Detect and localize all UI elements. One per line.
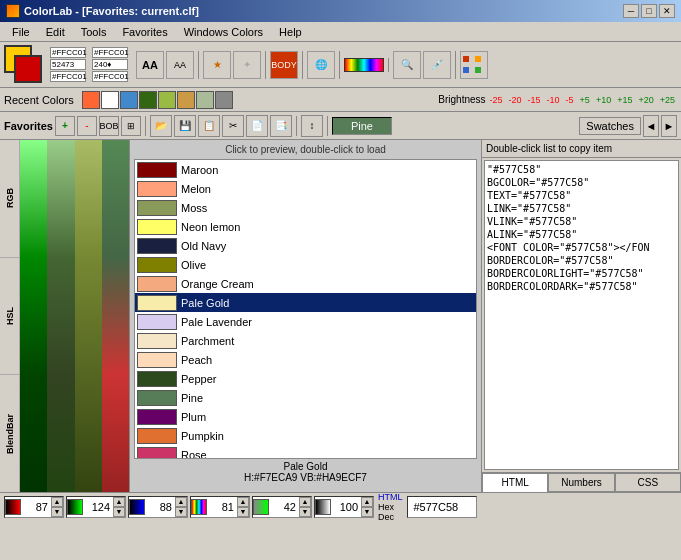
aa-large-btn[interactable]: AA (136, 51, 164, 79)
fav-bob-btn[interactable]: BOB (99, 116, 119, 136)
globe-btn[interactable]: 🌐 (307, 51, 335, 79)
recent-swatch-4[interactable] (139, 91, 157, 109)
copy-item[interactable]: BGCOLOR="#577C58" (487, 176, 676, 189)
minimize-button[interactable]: ─ (623, 4, 639, 18)
star2-btn[interactable]: ✦ (233, 51, 261, 79)
bright-plus5[interactable]: +5 (578, 95, 592, 105)
recent-swatch-3[interactable] (120, 91, 138, 109)
copy-item[interactable]: "#577C58" (487, 163, 676, 176)
copy-list[interactable]: "#577C58"BGCOLOR="#577C58"TEXT="#577C58"… (484, 160, 679, 470)
aa-small-btn[interactable]: AA (166, 51, 194, 79)
color-item[interactable]: Plum (135, 407, 476, 426)
recent-swatch-2[interactable] (101, 91, 119, 109)
tab-numbers[interactable]: Numbers (548, 473, 614, 492)
r-up[interactable]: ▲ (51, 497, 63, 507)
color-item[interactable]: Rose (135, 445, 476, 459)
s-spinner[interactable]: ▲ ▼ (299, 497, 311, 517)
fav-add-btn[interactable]: + (55, 116, 75, 136)
fav-icon1[interactable]: 📂 (150, 115, 172, 137)
strip-4[interactable] (102, 140, 129, 492)
format-hex-label[interactable]: Hex (378, 502, 403, 512)
bright-minus10[interactable]: -10 (545, 95, 562, 105)
h-spinner[interactable]: ▲ ▼ (237, 497, 249, 517)
bright-minus25[interactable]: -25 (488, 95, 505, 105)
swatches-button[interactable]: Swatches (579, 117, 641, 135)
tab-html[interactable]: HTML (482, 473, 548, 492)
copy-item[interactable]: BORDERCOLOR="#577C58" (487, 254, 676, 267)
copy-item[interactable]: LINK="#577C58" (487, 202, 676, 215)
color-item[interactable]: Orange Cream (135, 274, 476, 293)
strip-3[interactable] (75, 140, 102, 492)
format-toggle[interactable]: HTML Hex Dec (378, 492, 403, 522)
bright-plus15[interactable]: +15 (615, 95, 634, 105)
recent-swatch-7[interactable] (196, 91, 214, 109)
s-down[interactable]: ▼ (299, 507, 311, 517)
color-item[interactable]: Parchment (135, 331, 476, 350)
fav-icon6[interactable]: 📑 (270, 115, 292, 137)
v-down[interactable]: ▼ (361, 507, 373, 517)
color-item[interactable]: Peach (135, 350, 476, 369)
color-item[interactable]: Pepper (135, 369, 476, 388)
web-btn[interactable]: BODY (270, 51, 298, 79)
color-item[interactable]: Pale Gold (135, 293, 476, 312)
hex-value-display[interactable]: #577C58 (407, 496, 477, 518)
pipette-btn[interactable]: 💉 (423, 51, 451, 79)
swatches-arrow-left[interactable]: ◄ (643, 115, 659, 137)
fav-icon3[interactable]: 📋 (198, 115, 220, 137)
copy-item[interactable]: ALINK="#577C58" (487, 228, 676, 241)
copy-item[interactable]: BORDERCOLORDARK="#577C58" (487, 280, 676, 293)
r-down[interactable]: ▼ (51, 507, 63, 517)
color-item[interactable]: Moss (135, 198, 476, 217)
recent-swatch-1[interactable] (82, 91, 100, 109)
menu-file[interactable]: File (4, 24, 38, 40)
s-up[interactable]: ▲ (299, 497, 311, 507)
copy-item[interactable]: VLINK="#577C58" (487, 215, 676, 228)
fav-remove-btn[interactable]: - (77, 116, 97, 136)
v-up[interactable]: ▲ (361, 497, 373, 507)
color-item[interactable]: Olive (135, 255, 476, 274)
color-item[interactable]: Neon lemon (135, 217, 476, 236)
v-spinner[interactable]: ▲ ▼ (361, 497, 373, 517)
fav-icon5[interactable]: 📄 (246, 115, 268, 137)
menu-help[interactable]: Help (271, 24, 310, 40)
strip-2[interactable] (47, 140, 74, 492)
b-down[interactable]: ▼ (175, 507, 187, 517)
bright-minus5[interactable]: -5 (564, 95, 576, 105)
color-item[interactable]: Pale Lavender (135, 312, 476, 331)
star-btn[interactable]: ★ (203, 51, 231, 79)
color-item[interactable]: Pumpkin (135, 426, 476, 445)
strip-1[interactable] (20, 140, 47, 492)
bright-minus15[interactable]: -15 (526, 95, 543, 105)
menu-edit[interactable]: Edit (38, 24, 73, 40)
bright-plus10[interactable]: +10 (594, 95, 613, 105)
close-button[interactable]: ✕ (659, 4, 675, 18)
g-spinner[interactable]: ▲ ▼ (113, 497, 125, 517)
format-dec-label[interactable]: Dec (378, 512, 403, 522)
copy-item[interactable]: BORDERCOLORLIGHT="#577C58" (487, 267, 676, 280)
copy-item[interactable]: <FONT COLOR="#577C58"></FON (487, 241, 676, 254)
recent-swatch-5[interactable] (158, 91, 176, 109)
color-item[interactable]: Maroon (135, 160, 476, 179)
tab-css[interactable]: CSS (615, 473, 681, 492)
fav-icon2[interactable]: 💾 (174, 115, 196, 137)
recent-swatch-8[interactable] (215, 91, 233, 109)
bright-plus25[interactable]: +25 (658, 95, 677, 105)
bright-plus20[interactable]: +20 (636, 95, 655, 105)
b-spinner[interactable]: ▲ ▼ (175, 497, 187, 517)
swatches-arrow-right[interactable]: ► (661, 115, 677, 137)
h-up[interactable]: ▲ (237, 497, 249, 507)
r-spinner[interactable]: ▲ ▼ (51, 497, 63, 517)
h-down[interactable]: ▼ (237, 507, 249, 517)
maximize-button[interactable]: □ (641, 4, 657, 18)
fav-icon4[interactable]: ✂ (222, 115, 244, 137)
fav-grid-btn[interactable]: ⊞ (121, 116, 141, 136)
grid-btn[interactable] (460, 51, 488, 79)
format-html-label[interactable]: HTML (378, 492, 403, 502)
fav-sort-btn[interactable]: ↕ (301, 115, 323, 137)
color-item[interactable]: Melon (135, 179, 476, 198)
color-item[interactable]: Pine (135, 388, 476, 407)
b-up[interactable]: ▲ (175, 497, 187, 507)
menu-favorites[interactable]: Favorites (114, 24, 175, 40)
spectrum-btn[interactable] (344, 58, 384, 72)
menu-tools[interactable]: Tools (73, 24, 115, 40)
